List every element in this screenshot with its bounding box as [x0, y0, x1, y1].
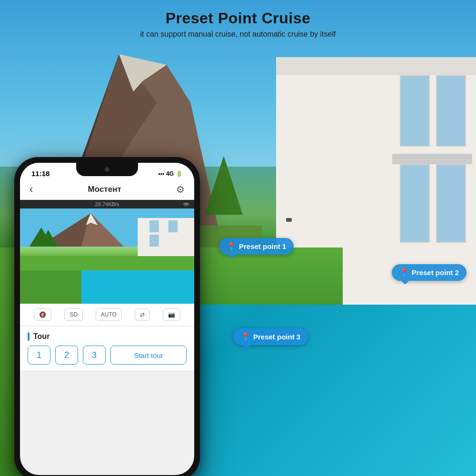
- phone-body: 11:18 ▪▪▪ 4G 🔋 ‹ Мостент ⚙ 28.74KB/s: [14, 157, 200, 476]
- network-type: 4G: [166, 170, 174, 177]
- svg-rect-17: [149, 220, 159, 232]
- camera-feed-image: [20, 208, 194, 304]
- svg-marker-9: [205, 156, 243, 215]
- bandwidth-value: 28.74KB/s: [95, 201, 119, 207]
- auto-label: AUTO: [101, 311, 117, 318]
- nav-bar: ‹ Мостент ⚙: [20, 179, 194, 200]
- back-button[interactable]: ‹: [30, 183, 33, 196]
- sd-label: SD: [69, 311, 78, 318]
- sd-button[interactable]: SD: [64, 308, 83, 321]
- tour-accent: [28, 332, 30, 341]
- phone: 11:18 ▪▪▪ 4G 🔋 ‹ Мостент ⚙ 28.74KB/s: [14, 157, 200, 476]
- nav-title: Мостент: [88, 185, 121, 194]
- bandwidth-bar: 28.74KB/s: [20, 200, 194, 208]
- preset-badge-3: 📍 Preset point 3: [233, 328, 308, 345]
- tour-button-1[interactable]: 1: [28, 346, 50, 365]
- svg-rect-16: [138, 218, 194, 256]
- preset-label-3: Preset point 3: [253, 333, 300, 341]
- header: Preset Point Cruise it can support manua…: [0, 0, 476, 39]
- settings-button[interactable]: ⚙: [176, 184, 185, 195]
- tour-label: Tour: [33, 332, 50, 341]
- phone-notch: [76, 163, 138, 176]
- start-tour-label: Start tour: [134, 351, 163, 359]
- tour-buttons-row: 1 2 3 Start tour: [28, 346, 187, 365]
- capture-button[interactable]: 📷: [163, 308, 180, 321]
- status-time: 11:18: [31, 169, 50, 178]
- status-icons: ▪▪▪ 4G 🔋: [158, 170, 183, 177]
- preset-badge-1: 📍 Preset point 1: [219, 238, 294, 255]
- tour-section: Tour 1 2 3 Start tour: [20, 327, 194, 370]
- preset-label-2: Preset point 2: [412, 268, 459, 277]
- controls-row: 🔇 SD AUTO ⇄ 📷: [20, 304, 194, 326]
- svg-rect-21: [77, 270, 194, 304]
- tour-button-3[interactable]: 3: [83, 346, 106, 365]
- signal-icon: ▪▪▪: [158, 170, 164, 177]
- svg-rect-18: [169, 220, 178, 232]
- tour-button-2[interactable]: 2: [55, 346, 78, 365]
- page-subtitle: it can support manual cruise, not automa…: [0, 30, 476, 39]
- battery-icon: 🔋: [176, 170, 183, 177]
- flip-button[interactable]: ⇄: [135, 308, 150, 321]
- tour-label-row: Tour: [28, 332, 187, 341]
- mute-icon: 🔇: [39, 311, 46, 318]
- preset-icon-2: 📍: [399, 268, 409, 277]
- mute-button[interactable]: 🔇: [34, 308, 51, 321]
- phone-screen: 11:18 ▪▪▪ 4G 🔋 ‹ Мостент ⚙ 28.74KB/s: [20, 163, 194, 475]
- preset-label-1: Preset point 1: [239, 242, 286, 250]
- wifi-icon: [182, 201, 190, 209]
- preset-icon-1: 📍: [227, 242, 236, 251]
- svg-rect-22: [20, 270, 81, 304]
- preset-icon-3: 📍: [241, 332, 250, 341]
- auto-button[interactable]: AUTO: [96, 308, 122, 321]
- camera-feed: [20, 208, 194, 304]
- page-title: Preset Point Cruise: [0, 10, 476, 27]
- flip-icon: ⇄: [140, 311, 145, 318]
- capture-icon: 📷: [168, 311, 175, 318]
- start-tour-button[interactable]: Start tour: [110, 346, 187, 365]
- preset-badge-2: 📍 Preset point 2: [392, 264, 466, 281]
- svg-rect-19: [149, 235, 159, 247]
